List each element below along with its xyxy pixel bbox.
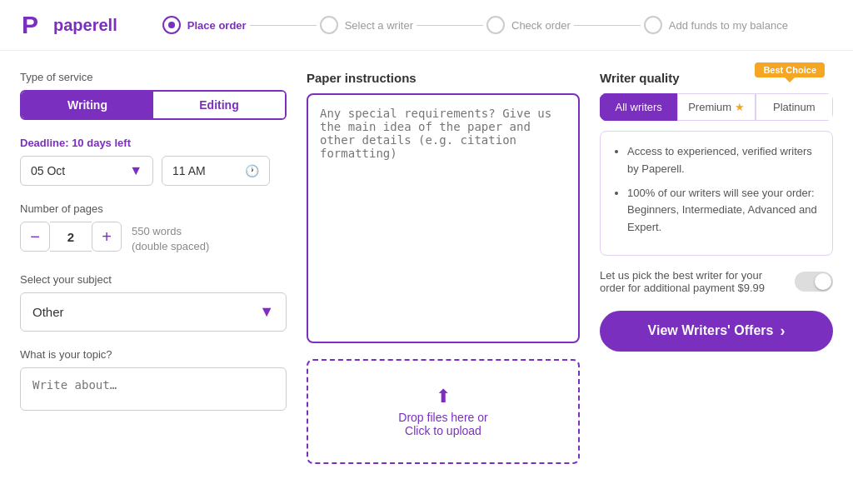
pages-spacing: (double spaced) [132,240,209,252]
pages-section: Number of pages − 2 + 550 words (double … [20,202,287,257]
tab-premium[interactable]: Premium ★ [677,93,755,121]
step-line-3 [574,25,641,26]
step-dot-1 [168,22,175,28]
tab-all-writers[interactable]: All writers [600,93,677,121]
step-line-1 [250,25,317,26]
topic-section: What is your topic? [20,348,287,413]
best-choice-badge: Best Choice [755,62,825,77]
step-label-1: Place order [187,19,247,32]
writer-tabs: All writers Premium ★ Platinum [600,93,833,121]
drop-label-line2: Click to upload [333,424,553,437]
deadline-text: Deadline: [20,137,69,149]
step-add-funds[interactable]: Add funds to my balance [644,16,788,34]
step-label-3: Check order [511,19,571,32]
time-picker[interactable]: 11 AM 🕐 [162,156,270,186]
selected-time: 11 AM [172,164,206,177]
step-circle-3 [486,16,505,34]
toggle-label: Let us pick the best writer for your ord… [600,269,786,294]
drop-label-line1: Drop files here or [333,411,553,424]
file-drop-zone[interactable]: ⬆ Drop files here or Click to upload [307,359,580,464]
upload-icon: ⬆ [333,386,553,407]
stepper: Place order Select a writer Check order … [117,16,833,34]
clock-icon: 🕐 [245,164,259,177]
date-arrow-icon: ▼ [129,163,142,178]
middle-column: Paper instructions ⬆ Drop files here or … [307,71,580,464]
pages-count-display: 2 [50,222,92,252]
header: P paperell Place order Select a writer C… [0,0,853,51]
service-toggle: Writing Editing [20,90,287,120]
instructions-label: Paper instructions [307,71,580,85]
view-offers-label: View Writers' Offers [648,323,774,338]
svg-text:P: P [22,11,38,38]
info-bullet-1: Access to experienced, verified writers … [627,143,821,178]
deadline-row: 05 Oct ▼ 11 AM 🕐 [20,156,287,186]
tab-platinum[interactable]: Platinum [756,93,833,121]
view-offers-button[interactable]: View Writers' Offers › [600,311,833,352]
tab-all-writers-label: All writers [615,101,661,113]
step-line-2 [417,25,483,26]
topic-input[interactable] [20,367,287,411]
main-content: Type of service Writing Editing Deadline… [0,51,853,484]
pages-info: 550 words (double spaced) [132,224,209,254]
premium-star-icon: ★ [735,101,745,113]
subject-section: Select your subject Other ▼ [20,273,287,332]
instructions-textarea[interactable] [307,93,580,343]
step-circle-4 [644,16,662,34]
deadline-label: Deadline: 10 days left [20,137,287,149]
pages-decrement-button[interactable]: − [20,222,50,252]
step-place-order[interactable]: Place order [162,16,247,34]
quality-label-text: Writer quality [600,71,680,85]
pages-words: 550 words [132,225,182,237]
step-circle-1 [162,16,181,34]
step-check-order[interactable]: Check order [486,16,571,34]
editing-button[interactable]: Editing [153,92,285,118]
step-select-writer[interactable]: Select a writer [320,16,413,34]
pages-increment-button[interactable]: + [92,222,122,252]
quality-label: Writer quality Best Choice [600,71,833,85]
pages-counter: − 2 + [20,222,122,252]
logo: P paperell [20,10,117,40]
deadline-remaining: 10 days left [72,137,131,149]
best-writer-toggle[interactable] [795,272,833,292]
right-column: Writer quality Best Choice All writers P… [600,71,833,352]
tab-premium-label: Premium [688,101,731,113]
pages-label: Number of pages [20,202,287,215]
toggle-row: Let us pick the best writer for your ord… [600,269,833,294]
subject-label: Select your subject [20,273,287,286]
service-type-label: Type of service [20,71,287,83]
writing-button[interactable]: Writing [22,92,153,118]
date-picker[interactable]: 05 Oct ▼ [20,156,153,186]
chevron-right-icon: › [780,322,785,340]
subject-arrow-icon: ▼ [259,303,274,321]
subject-dropdown[interactable]: Other ▼ [20,292,287,332]
step-circle-2 [320,16,338,34]
writer-info-box: Access to experienced, verified writers … [600,131,833,256]
info-bullet-2: 100% of our writers will see your order:… [627,185,821,237]
logo-text: paperell [53,16,117,35]
selected-date: 05 Oct [31,164,65,177]
topic-label: What is your topic? [20,348,287,361]
step-label-4: Add funds to my balance [669,19,788,32]
logo-icon: P [20,10,50,40]
step-label-2: Select a writer [345,19,413,32]
tab-platinum-label: Platinum [773,101,816,113]
subject-value: Other [32,305,64,319]
left-column: Type of service Writing Editing Deadline… [20,71,287,413]
